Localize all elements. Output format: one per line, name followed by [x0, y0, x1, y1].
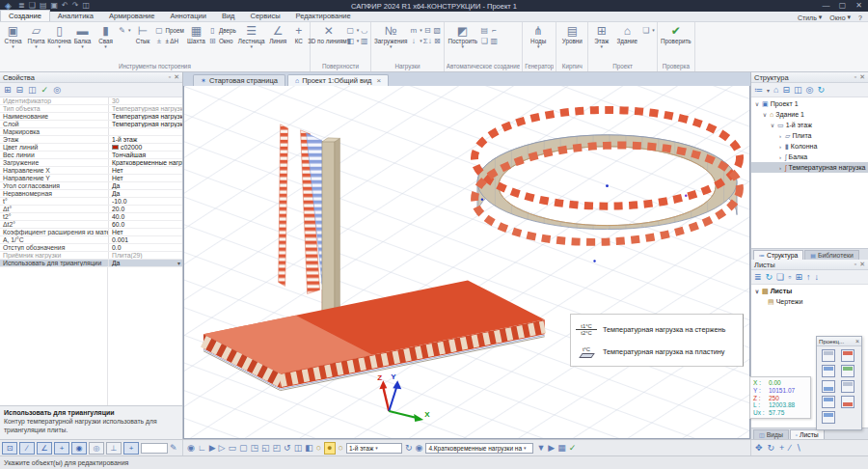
property-row[interactable]: Δt°20.0: [0, 206, 182, 213]
list-icon[interactable]: ≣: [754, 272, 762, 282]
visibility-off-button[interactable]: ○: [316, 442, 321, 455]
ribbon-button-nodes[interactable]: ⋔Ноды▾: [525, 23, 552, 49]
property-row[interactable]: Приёмник нагрузкиПлита(29): [0, 252, 182, 260]
window-menu[interactable]: Окно▾: [829, 14, 851, 21]
expanded-icon[interactable]: ∨: [770, 122, 775, 128]
tab-analytics[interactable]: Аналитика: [50, 11, 101, 21]
ribbon-button-slab[interactable]: ▱Плита▾: [25, 23, 47, 49]
lock-button[interactable]: ◎: [89, 442, 104, 455]
projection-view-button[interactable]: [841, 349, 854, 362]
auto-create-button-4[interactable]: ▥: [490, 36, 499, 45]
floor-select[interactable]: 1-й этаж▾: [346, 443, 402, 454]
snap-center-button[interactable]: ◉: [187, 442, 195, 455]
line-tool-alt-icon[interactable]: ∖: [796, 443, 801, 453]
expanded-icon[interactable]: ∨: [754, 100, 760, 107]
anchor-button[interactable]: +: [123, 442, 139, 455]
search-icon[interactable]: ◎: [53, 85, 61, 95]
pin-icon[interactable]: ▫: [854, 261, 856, 268]
3d-scene[interactable]: Z Y X: [184, 86, 749, 438]
surface-tool-button-2[interactable]: ◧▾: [346, 36, 360, 45]
refresh-icon[interactable]: ↻: [817, 85, 825, 95]
filter-icon[interactable]: ▼: [536, 442, 545, 455]
property-row[interactable]: Тип объектаТемпературная нагрузка: [0, 105, 182, 113]
expanded-icon[interactable]: ∨: [754, 288, 760, 294]
collapsed-icon[interactable]: ›: [777, 154, 783, 160]
maximize-button[interactable]: ▢: [835, 0, 850, 12]
close-tab-icon[interactable]: ×: [376, 76, 381, 85]
ribbon-button-window[interactable]: ⊞Окно: [208, 36, 236, 45]
tab-sheets[interactable]: ▫Листы: [790, 429, 825, 439]
expanded-icon[interactable]: ∨: [762, 111, 768, 118]
load-vehicle-button[interactable]: ⊟: [423, 25, 432, 35]
property-row[interactable]: ЗагружениеКратковременные нагрузки ...: [0, 159, 182, 167]
surface-tool-button-4[interactable]: ▥: [360, 36, 368, 45]
tree-item-project[interactable]: ∨▣Проект 1: [751, 98, 868, 109]
projection-view-button[interactable]: [841, 380, 854, 393]
tab-annotations[interactable]: Аннотации: [162, 11, 214, 21]
view-cube-button-3[interactable]: ◱: [261, 442, 270, 455]
move-node-icon[interactable]: +: [779, 443, 784, 453]
property-row[interactable]: Угол согласованияДа: [0, 182, 182, 190]
select-loads-icon[interactable]: ▶: [548, 442, 555, 455]
select-button[interactable]: ▶: [209, 442, 216, 455]
collapse-categories-icon[interactable]: ⊟: [16, 85, 24, 95]
line-tool-icon[interactable]: ∕: [789, 443, 791, 453]
refresh-floor-icon[interactable]: ↻: [405, 442, 413, 455]
ribbon-button-loadcases[interactable]: №Загружения▾: [373, 23, 408, 49]
ribbon-button-levels[interactable]: ▤Уровни: [558, 23, 585, 44]
3d-viewport[interactable]: Z Y X t1°C t2°C Температурная нагрузка н…: [183, 86, 750, 439]
projection-view-button[interactable]: [822, 411, 835, 424]
binoculars-icon[interactable]: ◎: [806, 85, 814, 95]
pin-icon[interactable]: ▫: [169, 73, 171, 81]
collapsed-icon[interactable]: ›: [777, 144, 783, 150]
tab-project-general-view[interactable]: ⌂ Проект 1:Общий вид ×: [287, 74, 389, 86]
tab-editing[interactable]: Редактирование: [288, 11, 359, 21]
tab-create[interactable]: Создание: [0, 10, 50, 21]
ortho-button[interactable]: ∟: [198, 442, 206, 455]
projection-view-button[interactable]: [822, 380, 835, 393]
close-icon[interactable]: ×: [855, 338, 859, 345]
auto-create-button-3[interactable]: ⌐: [490, 25, 499, 35]
rotate-icon[interactable]: ↻: [768, 443, 775, 453]
tree-item-column[interactable]: ›▮Колонна: [751, 141, 868, 152]
property-row[interactable]: t°-10.0: [0, 198, 182, 206]
sort-icon[interactable]: ◫: [28, 85, 37, 95]
tab-services[interactable]: Сервисы: [242, 11, 287, 21]
snap-cross-button[interactable]: +: [54, 442, 69, 455]
load-force-button[interactable]: ↓▾: [409, 36, 422, 45]
collapsed-icon[interactable]: ›: [777, 165, 783, 171]
load-distributed-button[interactable]: m▾: [409, 25, 422, 35]
shading-button[interactable]: ◧: [305, 442, 313, 455]
ribbon-button-beam[interactable]: ▬Балка▾: [71, 23, 94, 49]
tree-item-temperature-load[interactable]: ›ʃТемпературная нагрузка: [751, 162, 868, 173]
loadcase-select[interactable]: 4.Кратковременные нагрузки на▾: [425, 443, 533, 454]
auto-create-button-2[interactable]: ❏: [480, 36, 489, 45]
pin-icon[interactable]: ▫: [854, 73, 856, 81]
ribbon-button-floor[interactable]: ⊞Этаж▾: [590, 23, 612, 49]
load-table-icon[interactable]: ▦: [557, 442, 566, 455]
tree-item-floor[interactable]: ∨▭1-й этаж: [751, 120, 868, 130]
minimize-button[interactable]: —: [819, 0, 833, 12]
apply-loads-icon[interactable]: ✓: [569, 442, 577, 455]
ribbon-button-pile[interactable]: ▮Свая▾: [95, 23, 117, 49]
property-row[interactable]: Идентификатор30: [0, 97, 182, 105]
rotate-view-button[interactable]: ↺: [284, 442, 291, 455]
property-row[interactable]: Вес линииТончайшая: [0, 152, 182, 159]
surface-tool-button-3[interactable]: ◡: [360, 25, 368, 35]
tree-item-drawings[interactable]: ▤Чертежи: [751, 296, 868, 307]
expand-categories-icon[interactable]: ⊞: [4, 85, 12, 95]
property-row[interactable]: A, 1/°C0.001: [0, 236, 182, 244]
property-row[interactable]: НаименованиеТемпературная нагрузка: [0, 113, 182, 121]
visibility-on-button[interactable]: ●: [324, 442, 335, 455]
ribbon-button-stairs[interactable]: ☰Лестница▾: [237, 23, 266, 49]
ribbon-button-opening[interactable]: ▢Проем: [155, 25, 184, 35]
surface-tool-button-1[interactable]: ▢▾: [346, 25, 360, 35]
ribbon-button-shaft[interactable]: ▦Шахта: [185, 23, 207, 44]
tab-start-page[interactable]: ✶ Стартовая страница: [193, 74, 285, 86]
database-icon[interactable]: ⊟: [782, 85, 790, 95]
tree-view-icon[interactable]: ≔: [754, 85, 763, 95]
ribbon-button-3d-by-lines[interactable]: ✕3D по линиям*: [312, 23, 345, 44]
unlock-button[interactable]: ⊥: [106, 442, 122, 455]
refresh-icon[interactable]: ↻: [766, 272, 773, 282]
close-button[interactable]: ✕: [852, 0, 866, 12]
